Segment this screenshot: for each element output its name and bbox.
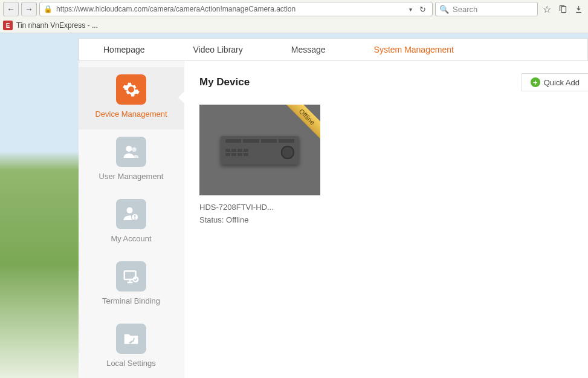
top-nav: Homepage Video Library Message System Ma… [79,38,588,61]
lock-icon: 🔒 [44,5,53,13]
device-card[interactable]: Offline HDS-720 [199,105,320,224]
browser-chrome: ← → 🔒 https://www.hicloudcam.com/camera/… [0,0,588,33]
plus-icon: + [531,77,540,87]
sidebar-item-user-management[interactable]: User Management [79,129,184,192]
sidebar-item-label: Device Management [95,109,167,119]
main-layout: Device Management User Management My Acc… [79,61,588,378]
terminal-icon [116,261,146,292]
sidebar-item-label: My Account [111,234,151,243]
sidebar-item-local-settings[interactable]: Local Settings [79,316,184,378]
url-dropdown-icon[interactable]: ▾ [408,6,413,13]
dvr-illustration [221,135,299,165]
status-value: Offline [226,215,248,224]
page-title: My Device [199,76,250,88]
tab-bar: E Tin nhanh VnExpress - ... [0,18,588,33]
folder-settings-icon [116,324,146,354]
forward-button[interactable]: → [21,2,37,16]
svg-rect-0 [561,6,566,12]
nav-homepage[interactable]: Homepage [79,39,169,60]
search-box[interactable]: 🔍 Search [435,2,538,16]
url-text: https://www.hicloudcam.com/camera/camera… [56,5,404,13]
sidebar-item-device-management[interactable]: Device Management [79,67,184,129]
sidebar-item-terminal-binding[interactable]: Terminal Binding [79,254,184,316]
reload-button[interactable]: ↻ [417,5,428,14]
sidebar-item-my-account[interactable]: My Account [79,192,184,254]
svg-rect-7 [134,215,135,217]
device-status: Status: Offline [199,215,320,224]
nav-system-management[interactable]: System Management [350,39,478,60]
svg-point-8 [134,218,136,220]
content-area: My Device + Quick Add Offline [184,61,588,378]
svg-point-2 [126,146,132,152]
back-button[interactable]: ← [3,2,19,16]
page-container: Homepage Video Library Message System Ma… [0,33,588,378]
sidebar-item-label: User Management [99,172,164,181]
device-thumbnail: Offline [199,105,320,195]
tab-favicon: E [3,21,13,30]
sidebar-item-label: Local Settings [106,359,156,368]
svg-point-3 [132,148,137,152]
quick-add-label: Quick Add [544,78,580,87]
quick-add-button[interactable]: + Quick Add [522,73,588,91]
browser-toolbar: ← → 🔒 https://www.hicloudcam.com/camera/… [0,0,588,18]
device-name: HDS-7208FTVI-HD... [199,203,320,212]
nav-video-library[interactable]: Video Library [169,39,267,60]
sidebar: Device Management User Management My Acc… [79,61,184,378]
gear-icon [116,74,146,105]
svg-rect-1 [576,11,581,12]
search-placeholder: Search [453,5,477,14]
account-icon [116,199,146,229]
nav-message[interactable]: Message [267,39,350,60]
sidebar-item-label: Terminal Binding [102,296,160,305]
tab-title[interactable]: Tin nhanh VnExpress - ... [16,21,98,30]
bookmark-star-icon[interactable]: ☆ [540,2,554,16]
users-icon [116,137,146,167]
status-label: Status: [199,215,224,224]
url-bar[interactable]: 🔒 https://www.hicloudcam.com/camera/came… [39,2,433,16]
svg-point-4 [127,207,133,213]
download-icon[interactable] [572,2,585,16]
clipboard-icon[interactable] [556,2,569,16]
content-header: My Device + Quick Add [199,73,588,91]
search-icon: 🔍 [439,5,449,14]
